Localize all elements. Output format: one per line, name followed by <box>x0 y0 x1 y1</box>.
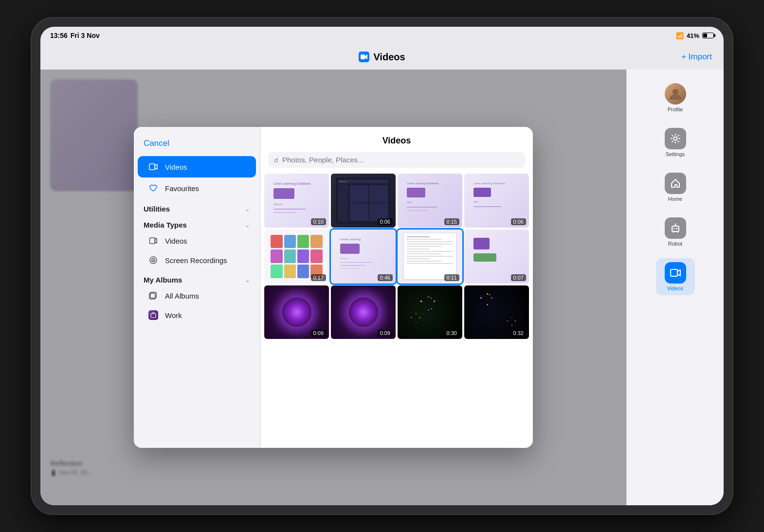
svg-marker-11 <box>155 164 157 169</box>
video-thumb-5[interactable]: 0:17 <box>264 230 329 284</box>
video-thumb-10[interactable]: 0:09 <box>331 285 396 339</box>
profile-avatar <box>665 83 686 105</box>
video-duration-6: 0:46 <box>378 274 393 281</box>
videos-app-icon <box>359 52 369 62</box>
search-bar[interactable]: ☌ <box>268 152 525 168</box>
record-icon <box>147 254 159 266</box>
home-icon-box <box>665 173 686 194</box>
status-bar: 13:56 Fri 3 Nov 📶 41% <box>40 27 724 44</box>
favourites-label: Favourites <box>165 184 199 193</box>
svg-point-3 <box>673 137 677 141</box>
video-square-icon <box>147 235 159 247</box>
video-thumb-3[interactable]: Liner Learning Solutions Title 0:15 <box>398 174 462 228</box>
videos-sidebar-icon <box>147 161 159 173</box>
status-time: 13:56 <box>50 32 68 39</box>
svg-point-7 <box>674 224 676 225</box>
modal-title: Videos <box>260 127 533 152</box>
video-thumb-8[interactable]: 0:07 <box>464 230 529 284</box>
video-thumb-1[interactable]: Liner Learning Solutions Title text 0:10 <box>264 174 329 228</box>
search-icon: ☌ <box>274 156 278 164</box>
svg-rect-8 <box>671 269 677 276</box>
right-sidebar: Profile Settings Home <box>626 70 724 505</box>
video-duration-5: 0:17 <box>311 274 326 281</box>
utilities-chevron: ⌄ <box>245 205 250 213</box>
svg-marker-9 <box>677 270 680 276</box>
svg-rect-10 <box>149 164 155 170</box>
svg-point-6 <box>676 228 677 230</box>
video-duration-10: 0:09 <box>378 330 393 337</box>
cancel-button[interactable]: Cancel <box>134 137 179 156</box>
svg-rect-4 <box>672 226 679 231</box>
svg-rect-0 <box>361 54 365 59</box>
video-thumb-11[interactable]: 0:30 <box>398 285 462 339</box>
svg-marker-13 <box>155 238 157 243</box>
ipad-screen: 13:56 Fri 3 Nov 📶 41% Videos <box>40 27 724 505</box>
svg-point-16 <box>153 260 154 261</box>
sidebar-item-profile[interactable]: Profile <box>656 79 695 116</box>
sidebar-home-label: Home <box>668 196 682 202</box>
top-nav-title: Videos <box>359 52 405 63</box>
screen-recordings-label: Screen Recordings <box>165 256 227 265</box>
battery-percent: 41% <box>687 32 699 39</box>
glow-circle-2 <box>349 298 378 327</box>
settings-icon-box <box>665 128 686 149</box>
video-duration-1: 0:10 <box>311 218 326 225</box>
video-duration-3: 0:15 <box>444 218 459 225</box>
sidebar-settings-label: Settings <box>666 151 685 157</box>
video-duration-9: 0:09 <box>311 330 326 337</box>
videos-icon-box <box>665 262 686 284</box>
sidebar-item-settings[interactable]: Settings <box>656 124 695 161</box>
modal-content: Videos ☌ Liner Learning Solu <box>260 127 533 448</box>
sidebar-robot-label: Robot <box>668 241 682 247</box>
video-grid: Liner Learning Solutions Title text 0:10 <box>260 174 533 448</box>
sidebar-item-home[interactable]: Home <box>656 169 695 206</box>
sidebar-videos-item[interactable]: Videos <box>138 156 256 177</box>
import-button[interactable]: + Import <box>681 52 712 62</box>
sidebar-item-robot[interactable]: Robot <box>656 213 695 250</box>
video-thumb-4[interactable]: Liner Learning Solutions Text 0:06 <box>464 174 529 228</box>
svg-marker-1 <box>365 54 367 59</box>
sidebar-videos-label: Videos <box>667 285 683 291</box>
media-types-section-header[interactable]: Media Types ⌄ <box>134 215 260 231</box>
my-albums-title: My Albums <box>144 276 182 284</box>
utilities-section-header[interactable]: Utilities ⌄ <box>134 199 260 215</box>
my-albums-chevron: ⌄ <box>245 276 250 284</box>
screen-recordings-item[interactable]: Screen Recordings <box>138 250 256 270</box>
sidebar-favourites-item[interactable]: Favourites <box>138 177 256 199</box>
svg-point-2 <box>673 89 678 95</box>
media-types-chevron: ⌄ <box>245 221 250 229</box>
wifi-icon: 📶 <box>676 32 684 39</box>
video-duration-11: 0:30 <box>444 330 459 337</box>
work-label: Work <box>165 311 182 319</box>
modal-sidebar: Cancel Videos <box>134 127 260 448</box>
all-albums-item[interactable]: All Albums <box>138 286 256 305</box>
video-duration-4: 0:06 <box>511 218 526 225</box>
top-nav-label: Videos <box>373 52 405 63</box>
heart-icon <box>147 182 159 194</box>
top-nav: Videos + Import <box>40 44 724 70</box>
modal-dialog: Cancel Videos <box>134 127 533 448</box>
all-albums-label: All Albums <box>165 292 199 300</box>
svg-rect-19 <box>151 314 156 318</box>
video-thumb-6[interactable]: Linear Learning Title here 0:46 <box>331 230 396 284</box>
my-albums-section-header[interactable]: My Albums ⌄ <box>134 270 260 286</box>
status-date: Fri 3 Nov <box>71 32 100 39</box>
video-duration-12: 0:32 <box>511 330 526 337</box>
sub-videos-item[interactable]: Videos <box>138 231 256 250</box>
video-thumb-9[interactable]: 0:09 <box>264 285 329 339</box>
media-types-title: Media Types <box>144 221 187 229</box>
search-input[interactable] <box>282 156 519 164</box>
modal-overlay: Cancel Videos <box>40 70 626 505</box>
video-thumb-7[interactable]: 0:11 <box>398 230 462 284</box>
glow-circle-1 <box>282 298 311 327</box>
video-thumb-12[interactable]: 0:32 <box>464 285 529 339</box>
utilities-title: Utilities <box>144 205 170 213</box>
sidebar-profile-label: Profile <box>668 106 683 112</box>
ipad-frame: 13:56 Fri 3 Nov 📶 41% Videos <box>32 18 732 514</box>
work-item[interactable]: Work <box>138 305 256 325</box>
video-duration-8: 0:07 <box>511 274 526 281</box>
work-icon <box>147 309 159 321</box>
sidebar-item-videos[interactable]: Videos <box>656 258 695 295</box>
video-thumb-2[interactable]: 0:06 <box>331 174 396 228</box>
video-duration-2: 0:06 <box>378 218 393 225</box>
